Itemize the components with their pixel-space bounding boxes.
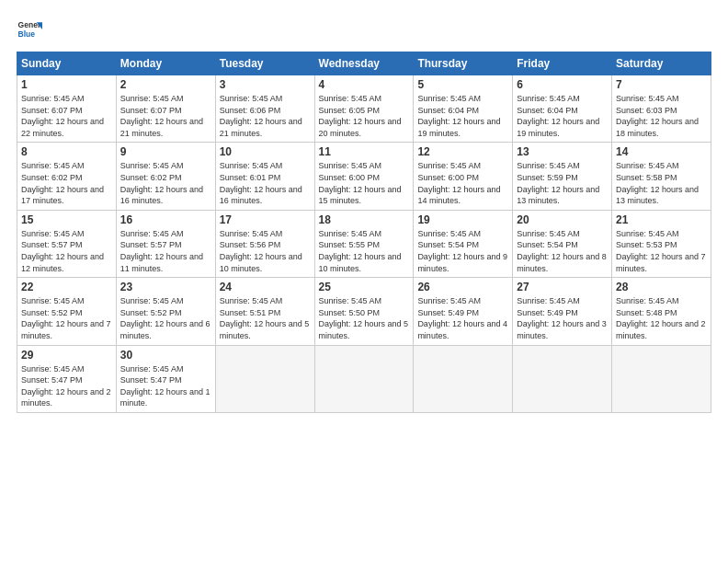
cell-info: Sunrise: 5:45 AMSunset: 6:02 PMDaylight:… — [21, 161, 104, 205]
calendar-cell — [314, 345, 414, 412]
calendar-cell: 6Sunrise: 5:45 AMSunset: 6:04 PMDaylight… — [513, 75, 612, 143]
cell-info: Sunrise: 5:45 AMSunset: 6:00 PMDaylight:… — [319, 161, 402, 205]
day-number: 2 — [120, 78, 211, 91]
col-saturday: Saturday — [612, 52, 711, 75]
day-number: 7 — [616, 78, 707, 91]
day-number: 5 — [417, 78, 508, 91]
calendar-cell: 15Sunrise: 5:45 AMSunset: 5:57 PMDayligh… — [17, 210, 117, 277]
logo: General Blue — [17, 17, 42, 42]
col-friday: Friday — [513, 52, 612, 75]
calendar-cell: 28Sunrise: 5:45 AMSunset: 5:48 PMDayligh… — [612, 278, 711, 345]
calendar-cell: 4Sunrise: 5:45 AMSunset: 6:05 PMDaylight… — [314, 75, 414, 143]
header: General Blue — [17, 17, 711, 42]
logo-icon: General Blue — [17, 17, 42, 42]
calendar-cell — [513, 345, 612, 412]
day-number: 24 — [220, 281, 311, 293]
day-number: 8 — [21, 145, 112, 158]
calendar-cell: 22Sunrise: 5:45 AMSunset: 5:52 PMDayligh… — [17, 278, 117, 345]
day-number: 26 — [417, 281, 508, 293]
table-row: 22Sunrise: 5:45 AMSunset: 5:52 PMDayligh… — [17, 278, 711, 345]
calendar-cell — [414, 345, 513, 412]
cell-info: Sunrise: 5:45 AMSunset: 6:02 PMDaylight:… — [120, 161, 203, 205]
cell-info: Sunrise: 5:45 AMSunset: 5:59 PMDaylight:… — [517, 161, 599, 205]
day-number: 1 — [21, 78, 112, 91]
main-container: General Blue Sunday Monday Tuesday Wedne… — [0, 0, 728, 422]
calendar-cell: 9Sunrise: 5:45 AMSunset: 6:02 PMDaylight… — [116, 143, 215, 210]
cell-info: Sunrise: 5:45 AMSunset: 5:49 PMDaylight:… — [417, 296, 507, 340]
cell-info: Sunrise: 5:45 AMSunset: 5:50 PMDaylight:… — [319, 296, 409, 340]
calendar-cell: 7Sunrise: 5:45 AMSunset: 6:03 PMDaylight… — [612, 75, 711, 143]
cell-info: Sunrise: 5:45 AMSunset: 5:54 PMDaylight:… — [417, 229, 507, 273]
cell-info: Sunrise: 5:45 AMSunset: 6:00 PMDaylight:… — [417, 161, 500, 205]
cell-info: Sunrise: 5:45 AMSunset: 6:07 PMDaylight:… — [21, 94, 104, 138]
day-number: 12 — [417, 145, 508, 158]
cell-info: Sunrise: 5:45 AMSunset: 6:07 PMDaylight:… — [120, 94, 203, 138]
calendar-cell: 2Sunrise: 5:45 AMSunset: 6:07 PMDaylight… — [116, 75, 215, 143]
cell-info: Sunrise: 5:45 AMSunset: 6:05 PMDaylight:… — [319, 94, 402, 138]
day-number: 21 — [616, 213, 707, 226]
calendar-cell: 24Sunrise: 5:45 AMSunset: 5:51 PMDayligh… — [215, 278, 314, 345]
day-number: 6 — [517, 78, 608, 91]
table-row: 29Sunrise: 5:45 AMSunset: 5:47 PMDayligh… — [17, 345, 711, 412]
col-wednesday: Wednesday — [314, 52, 414, 75]
cell-info: Sunrise: 5:45 AMSunset: 5:58 PMDaylight:… — [616, 161, 699, 205]
table-row: 15Sunrise: 5:45 AMSunset: 5:57 PMDayligh… — [17, 210, 711, 277]
calendar-cell: 23Sunrise: 5:45 AMSunset: 5:52 PMDayligh… — [116, 278, 215, 345]
cell-info: Sunrise: 5:45 AMSunset: 5:55 PMDaylight:… — [319, 229, 402, 273]
day-number: 25 — [319, 281, 410, 293]
calendar-cell: 11Sunrise: 5:45 AMSunset: 6:00 PMDayligh… — [314, 143, 414, 210]
day-number: 23 — [120, 281, 211, 293]
calendar-cell: 1Sunrise: 5:45 AMSunset: 6:07 PMDaylight… — [17, 75, 117, 143]
cell-info: Sunrise: 5:45 AMSunset: 5:47 PMDaylight:… — [21, 364, 111, 408]
day-number: 13 — [517, 145, 608, 158]
svg-text:General: General — [18, 20, 42, 29]
header-row: Sunday Monday Tuesday Wednesday Thursday… — [17, 52, 711, 75]
day-number: 4 — [319, 78, 410, 91]
day-number: 28 — [616, 281, 707, 293]
calendar-cell: 25Sunrise: 5:45 AMSunset: 5:50 PMDayligh… — [314, 278, 414, 345]
day-number: 15 — [21, 213, 112, 226]
day-number: 29 — [21, 349, 112, 362]
calendar-cell: 21Sunrise: 5:45 AMSunset: 5:53 PMDayligh… — [612, 210, 711, 277]
col-monday: Monday — [116, 52, 215, 75]
calendar-cell: 16Sunrise: 5:45 AMSunset: 5:57 PMDayligh… — [116, 210, 215, 277]
calendar-cell: 14Sunrise: 5:45 AMSunset: 5:58 PMDayligh… — [612, 143, 711, 210]
calendar-cell: 20Sunrise: 5:45 AMSunset: 5:54 PMDayligh… — [513, 210, 612, 277]
calendar-cell: 30Sunrise: 5:45 AMSunset: 5:47 PMDayligh… — [116, 345, 215, 412]
day-number: 14 — [616, 145, 707, 158]
day-number: 18 — [319, 213, 410, 226]
cell-info: Sunrise: 5:45 AMSunset: 6:04 PMDaylight:… — [417, 94, 500, 138]
calendar-cell: 18Sunrise: 5:45 AMSunset: 5:55 PMDayligh… — [314, 210, 414, 277]
day-number: 3 — [220, 78, 311, 91]
calendar-cell: 26Sunrise: 5:45 AMSunset: 5:49 PMDayligh… — [414, 278, 513, 345]
day-number: 11 — [319, 145, 410, 158]
cell-info: Sunrise: 5:45 AMSunset: 5:52 PMDaylight:… — [120, 296, 210, 340]
table-row: 8Sunrise: 5:45 AMSunset: 6:02 PMDaylight… — [17, 143, 711, 210]
day-number: 16 — [120, 213, 211, 226]
cell-info: Sunrise: 5:45 AMSunset: 5:52 PMDaylight:… — [21, 296, 111, 340]
col-tuesday: Tuesday — [215, 52, 314, 75]
cell-info: Sunrise: 5:45 AMSunset: 5:48 PMDaylight:… — [616, 296, 706, 340]
col-sunday: Sunday — [17, 52, 117, 75]
day-number: 22 — [21, 281, 112, 293]
calendar-cell: 13Sunrise: 5:45 AMSunset: 5:59 PMDayligh… — [513, 143, 612, 210]
day-number: 19 — [417, 213, 508, 226]
cell-info: Sunrise: 5:45 AMSunset: 5:51 PMDaylight:… — [220, 296, 310, 340]
cell-info: Sunrise: 5:45 AMSunset: 6:06 PMDaylight:… — [220, 94, 302, 138]
cell-info: Sunrise: 5:45 AMSunset: 5:53 PMDaylight:… — [616, 229, 706, 273]
calendar-cell — [612, 345, 711, 412]
cell-info: Sunrise: 5:45 AMSunset: 5:57 PMDaylight:… — [120, 229, 203, 273]
calendar-cell: 19Sunrise: 5:45 AMSunset: 5:54 PMDayligh… — [414, 210, 513, 277]
cell-info: Sunrise: 5:45 AMSunset: 5:47 PMDaylight:… — [120, 364, 210, 408]
day-number: 9 — [120, 145, 211, 158]
day-number: 17 — [220, 213, 311, 226]
calendar-cell: 27Sunrise: 5:45 AMSunset: 5:49 PMDayligh… — [513, 278, 612, 345]
calendar-cell: 10Sunrise: 5:45 AMSunset: 6:01 PMDayligh… — [215, 143, 314, 210]
svg-text:Blue: Blue — [18, 29, 36, 39]
cell-info: Sunrise: 5:45 AMSunset: 6:03 PMDaylight:… — [616, 94, 699, 138]
calendar-cell: 8Sunrise: 5:45 AMSunset: 6:02 PMDaylight… — [17, 143, 117, 210]
cell-info: Sunrise: 5:45 AMSunset: 6:04 PMDaylight:… — [517, 94, 599, 138]
cell-info: Sunrise: 5:45 AMSunset: 5:56 PMDaylight:… — [220, 229, 302, 273]
calendar-cell: 17Sunrise: 5:45 AMSunset: 5:56 PMDayligh… — [215, 210, 314, 277]
cell-info: Sunrise: 5:45 AMSunset: 5:49 PMDaylight:… — [517, 296, 607, 340]
